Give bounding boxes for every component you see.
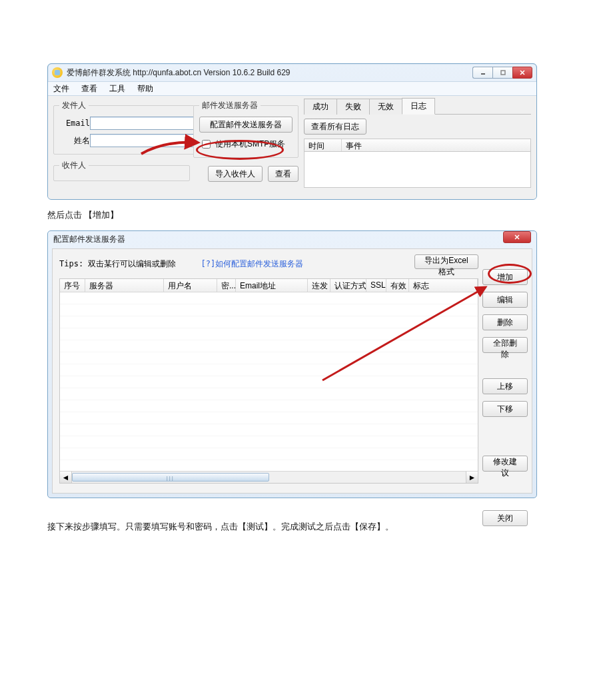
log-tabstrip: 成功 失败 无效 日志	[304, 100, 531, 115]
server-table-head: 序号 服务器 用户名 密... Email地址 连发 认证方式 SSL 有效 标…	[60, 279, 478, 292]
col-event: 事件	[342, 139, 530, 151]
local-smtp-check[interactable]	[202, 140, 211, 149]
menu-bar: 文件 查看 工具 帮助	[48, 81, 536, 96]
sender-legend: 发件人	[59, 100, 89, 111]
name-field[interactable]	[90, 134, 209, 147]
main-window: 爱博邮件群发系统 http://qunfa.abot.cn Version 10…	[47, 63, 537, 200]
log-header: 时间 事件	[304, 139, 531, 152]
add-button[interactable]: 增加	[482, 269, 528, 285]
server-table: 序号 服务器 用户名 密... Email地址 连发 认证方式 SSL 有效 标…	[59, 278, 478, 484]
hscrollbar[interactable]: ◄ ►	[60, 471, 478, 483]
sender-group: 发件人 Email 姓名	[53, 100, 215, 155]
view-button[interactable]: 查看	[268, 166, 299, 182]
menu-tools[interactable]: 工具	[109, 83, 125, 95]
delete-button[interactable]: 删除	[482, 314, 528, 330]
close-button[interactable]	[512, 67, 532, 79]
tab-invalid[interactable]: 无效	[369, 99, 402, 115]
local-smtp-checkbox[interactable]: 使用本机SMTP服务	[199, 138, 293, 151]
dialog-close-button[interactable]	[503, 231, 531, 243]
menu-file[interactable]: 文件	[53, 83, 69, 95]
app-icon	[52, 67, 63, 78]
server-table-body[interactable]	[60, 292, 478, 471]
col-email: Email地址	[236, 279, 308, 292]
col-burst: 连发	[308, 279, 330, 292]
menu-view[interactable]: 查看	[81, 83, 97, 95]
col-user: 用户名	[164, 279, 217, 292]
col-flag: 标志	[409, 279, 478, 292]
main-titlebar: 爱博邮件群发系统 http://qunfa.abot.cn Version 10…	[48, 64, 536, 81]
col-pass: 密...	[217, 279, 236, 292]
scroll-right-icon[interactable]: ►	[466, 472, 478, 483]
svg-rect-1	[501, 71, 505, 75]
dialog-side-buttons: 增加 编辑 删除 全部删除 上移 下移 修改建议 关闭	[482, 269, 528, 533]
export-excel-button[interactable]: 导出为Excel格式	[414, 254, 478, 269]
maximize-button[interactable]	[492, 67, 512, 79]
minimize-button[interactable]	[472, 67, 492, 79]
col-ssl: SSL	[366, 279, 386, 292]
tips-link[interactable]: 如何配置邮件发送服务器	[201, 259, 304, 268]
scroll-track[interactable]	[72, 472, 466, 483]
instruction-1: 然后点击 【增加】	[47, 209, 613, 221]
email-label: Email	[59, 119, 90, 128]
smtp-group: 邮件发送服务器 配置邮件发送服务器 使用本机SMTP服务	[193, 100, 299, 158]
move-down-button[interactable]: 下移	[482, 401, 528, 417]
config-dialog: 配置邮件发送服务器 Tips: 双击某行可以编辑或删除 如何配置邮件发送服务器 …	[47, 230, 537, 498]
dialog-titlebar: 配置邮件发送服务器	[48, 231, 536, 247]
log-body	[304, 152, 531, 188]
close-dialog-button[interactable]: 关闭	[482, 510, 528, 526]
tab-log[interactable]: 日志	[402, 98, 435, 115]
suggest-button[interactable]: 修改建议	[482, 456, 528, 472]
col-server: 服务器	[85, 279, 164, 292]
delete-all-button[interactable]: 全部删除	[482, 337, 528, 353]
window-title: 爱博邮件群发系统 http://qunfa.abot.cn Version 10…	[67, 67, 291, 79]
col-time: 时间	[305, 139, 342, 151]
config-smtp-button[interactable]: 配置邮件发送服务器	[199, 117, 293, 133]
tips-text: Tips: 双击某行可以编辑或删除	[59, 259, 176, 268]
col-auth: 认证方式	[330, 279, 366, 292]
import-recipient-button[interactable]: 导入收件人	[208, 166, 263, 182]
scroll-thumb[interactable]	[72, 473, 269, 482]
smtp-legend: 邮件发送服务器	[199, 100, 261, 111]
move-up-button[interactable]: 上移	[482, 378, 528, 394]
email-field[interactable]	[90, 117, 209, 130]
dialog-title: 配置邮件发送服务器	[53, 234, 125, 245]
scroll-left-icon[interactable]: ◄	[60, 472, 72, 483]
edit-button[interactable]: 编辑	[482, 292, 528, 308]
tab-fail[interactable]: 失败	[336, 99, 370, 115]
local-smtp-label: 使用本机SMTP服务	[215, 139, 285, 150]
tab-success[interactable]: 成功	[304, 99, 337, 115]
menu-help[interactable]: 帮助	[137, 83, 153, 95]
view-all-log-button[interactable]: 查看所有日志	[304, 119, 366, 135]
col-valid: 有效	[386, 279, 409, 292]
col-index: 序号	[60, 279, 85, 292]
name-label: 姓名	[59, 135, 90, 147]
recipient-group: 收件人	[53, 160, 190, 181]
recipient-legend: 收件人	[59, 160, 89, 171]
instruction-2: 接下来按步骤填写。只需要填写账号和密码，点击【测试】。完成测试之后点击【保存】。	[47, 521, 613, 533]
tips-row: Tips: 双击某行可以编辑或删除 如何配置邮件发送服务器	[59, 258, 303, 270]
